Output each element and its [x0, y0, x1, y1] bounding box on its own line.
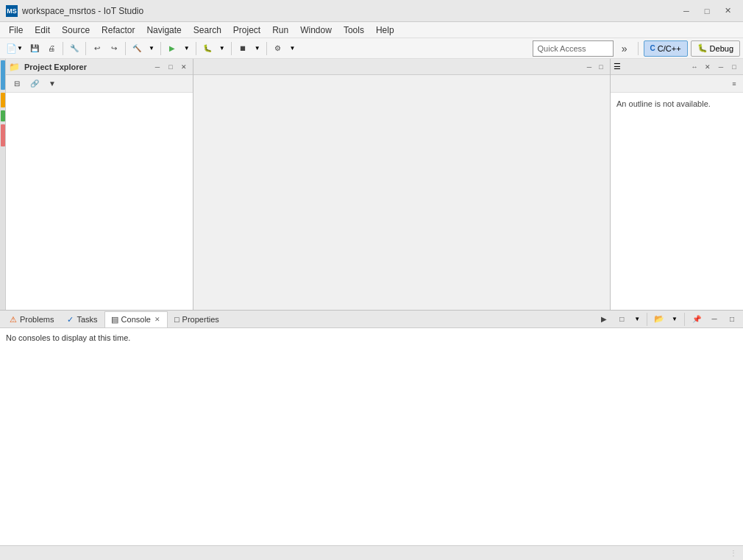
project-explorer-title: Project Explorer — [21, 63, 150, 71]
debug-button[interactable]: 🐛 — [199, 40, 216, 57]
toolbar-sep-7 — [266, 42, 267, 55]
run-button[interactable]: ▶ — [164, 40, 180, 57]
status-bar: ⋮ — [0, 545, 743, 560]
project-explorer-content — [6, 93, 193, 310]
run-dropdown[interactable]: ▼ — [181, 40, 193, 57]
bottom-open-console-button[interactable]: ▶ — [596, 311, 612, 327]
side-indicator-4 — [1, 124, 5, 146]
perspective-debug-button[interactable]: 🐛 Debug — [691, 40, 740, 57]
menu-bar: File Edit Source Refactor Navigate Searc… — [0, 22, 743, 38]
menu-run[interactable]: Run — [266, 22, 294, 38]
menu-navigate[interactable]: Navigate — [141, 22, 187, 38]
restore-button[interactable]: □ — [697, 4, 717, 18]
view-menu-button[interactable]: ▼ — [44, 76, 60, 92]
menu-help[interactable]: Help — [370, 22, 400, 38]
console-close-icon[interactable]: ✕ — [154, 316, 161, 323]
project-explorer-header: 📁 Project Explorer ─ □ ✕ — [6, 59, 193, 75]
run-arrow: ▼ — [184, 45, 190, 52]
outline-maximize[interactable]: □ — [728, 61, 740, 73]
bottom-pin-button[interactable]: 📌 — [689, 311, 705, 327]
save-button[interactable]: 💾 — [26, 40, 43, 57]
outline-message: An outline is not available. — [616, 99, 711, 108]
outline-content: An outline is not available. — [611, 93, 743, 310]
tab-problems-label: Problems — [20, 315, 54, 324]
outline-header: ☰ ↔ ✕ ─ □ — [611, 59, 743, 75]
outline-sync-button[interactable]: ↔ — [689, 61, 700, 73]
new-dropdown[interactable]: 📄 ▼ — [3, 40, 26, 57]
project-explorer-close[interactable]: ✕ — [178, 61, 190, 73]
menu-search[interactable]: Search — [188, 22, 227, 38]
toolbar-sep-5 — [196, 42, 196, 55]
problems-icon: ⚠ — [10, 315, 17, 325]
menu-edit[interactable]: Edit — [29, 22, 56, 38]
outline-icon: ☰ — [614, 62, 621, 71]
bottom-panel: ⚠ Problems ✓ Tasks ▤ Console ✕ □ Propert… — [0, 310, 743, 545]
console-icon: ▤ — [111, 315, 118, 325]
outline-view-menu[interactable]: ≡ — [728, 78, 740, 90]
redo-button[interactable]: ↪ — [106, 40, 122, 57]
editor-minimize[interactable]: ─ — [583, 61, 595, 73]
menu-window[interactable]: Window — [294, 22, 338, 38]
tasks-icon: ✓ — [67, 315, 74, 325]
project-explorer-minimize[interactable]: ─ — [152, 61, 163, 73]
undo-button[interactable]: ↩ — [89, 40, 105, 57]
quick-access-input[interactable]: Quick Access — [533, 40, 614, 57]
collapse-all-button[interactable]: ⊟ — [9, 76, 25, 92]
tab-console[interactable]: ▤ Console ✕ — [104, 311, 168, 327]
title-bar-text: workspace_msrtos - IoT Studio — [22, 6, 677, 16]
menu-refactor[interactable]: Refactor — [96, 22, 141, 38]
toolbar-sep-persp — [638, 42, 639, 55]
tab-problems[interactable]: ⚠ Problems — [3, 311, 60, 327]
external-tool-button[interactable]: ⚙ — [270, 40, 286, 57]
perspective-cpp-icon: C — [650, 44, 655, 52]
bottom-display-selected-button[interactable]: □ — [614, 311, 630, 327]
tab-console-label: Console — [121, 315, 151, 324]
toolbar-sep-3 — [125, 42, 126, 55]
bottom-new-dropdown[interactable]: ▼ — [669, 311, 680, 327]
outline-minimize[interactable]: ─ — [715, 61, 727, 73]
perspective-debug-label: Debug — [710, 44, 733, 53]
editor-maximize[interactable]: □ — [595, 61, 607, 73]
properties-button[interactable]: 🔧 — [66, 40, 82, 57]
stop-button[interactable]: ⏹ — [235, 40, 251, 57]
menu-source[interactable]: Source — [56, 22, 96, 38]
bottom-maximize-button[interactable]: □ — [724, 311, 740, 327]
external-tool-dropdown[interactable]: ▼ — [287, 40, 299, 57]
tab-tasks[interactable]: ✓ Tasks — [60, 311, 104, 327]
menu-file[interactable]: File — [3, 22, 29, 38]
build-button[interactable]: 🔨 — [129, 40, 145, 57]
build-arrow: ▼ — [149, 45, 154, 52]
debug-dropdown[interactable]: ▼ — [216, 40, 228, 57]
new-arrow: ▼ — [17, 45, 23, 52]
minimize-button[interactable]: ─ — [677, 4, 696, 18]
editor-panel: ─ □ — [193, 59, 611, 310]
bottom-panel-toolbar: ▶ □ ▼ 📂 ▼ 📌 ─ □ — [596, 311, 740, 327]
bottom-minimize-button[interactable]: ─ — [706, 311, 722, 327]
link-editor-button[interactable]: 🔗 — [26, 76, 43, 92]
menu-tools[interactable]: Tools — [338, 22, 370, 38]
editor-tab-bar: ─ □ — [193, 59, 610, 75]
tab-properties-label: Properties — [182, 315, 219, 324]
side-indicator-3 — [1, 110, 5, 121]
print-button[interactable]: 🖨 — [43, 40, 60, 57]
outline-panel: ☰ ↔ ✕ ─ □ ≡ An outline is not available. — [611, 59, 743, 310]
perspective-cpp-button[interactable]: C C/C++ — [644, 40, 688, 57]
tab-properties[interactable]: □ Properties — [168, 311, 226, 327]
bottom-dropdown[interactable]: ▼ — [631, 311, 643, 327]
outline-close[interactable]: ✕ — [702, 61, 714, 73]
close-button[interactable]: ✕ — [718, 4, 737, 18]
stop-dropdown[interactable]: ▼ — [252, 40, 263, 57]
workspace: 📁 Project Explorer ─ □ ✕ ⊟ 🔗 ▼ ─ □ — [0, 59, 743, 310]
side-indicator-1 — [1, 60, 5, 90]
left-side-bar — [0, 59, 6, 310]
toolbar-sep-2 — [85, 42, 86, 55]
menu-project[interactable]: Project — [227, 22, 266, 38]
stop-arrow: ▼ — [255, 45, 260, 52]
toolbar-overflow[interactable]: » — [616, 40, 633, 57]
project-explorer-maximize[interactable]: □ — [165, 61, 177, 73]
tab-tasks-label: Tasks — [77, 315, 97, 324]
console-content: No consoles to display at this time. — [0, 328, 743, 545]
bottom-tab-bar: ⚠ Problems ✓ Tasks ▤ Console ✕ □ Propert… — [0, 311, 743, 328]
bottom-new-console-button[interactable]: 📂 — [651, 311, 667, 327]
build-dropdown[interactable]: ▼ — [146, 40, 157, 57]
